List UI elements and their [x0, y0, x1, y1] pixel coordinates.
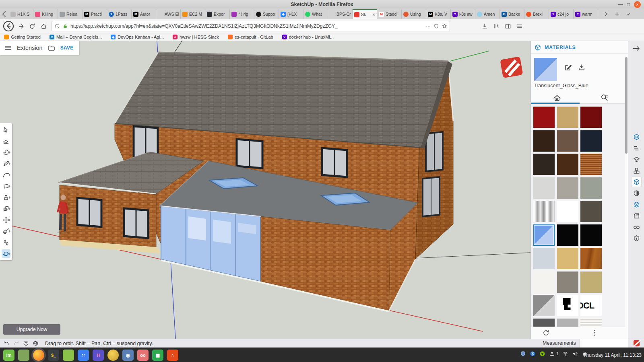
- page-info-icon[interactable]: [54, 23, 60, 29]
- tab-home-materials[interactable]: [553, 93, 561, 102]
- taskbar-app-app-gold[interactable]: [107, 350, 119, 361]
- browser-tab-20[interactable]: Amen: [475, 9, 500, 19]
- tool-paint[interactable]: [2, 148, 10, 156]
- taskbar-app-show-desktop[interactable]: [18, 350, 29, 361]
- material-swatch-black[interactable]: [580, 224, 602, 246]
- material-swatch-brown[interactable]: [557, 130, 578, 152]
- material-swatch-gray-aggregate[interactable]: [557, 177, 578, 199]
- panel-tags[interactable]: [632, 200, 641, 209]
- back-button[interactable]: [2, 19, 15, 33]
- tab-scroll-left-button[interactable]: [0, 9, 9, 19]
- bookmark-item-1[interactable]: Getting Started: [4, 35, 41, 39]
- panel-components[interactable]: [632, 166, 641, 175]
- material-swatch-red-brick[interactable]: [580, 154, 602, 175]
- tool-walk[interactable]: [2, 238, 10, 247]
- tool-push-pull[interactable]: [2, 193, 10, 202]
- tool-arc[interactable]: [2, 171, 10, 179]
- taskbar-app-app-red[interactable]: ∴: [167, 350, 178, 361]
- browser-tab-6[interactable]: MAutor: [132, 9, 156, 19]
- material-swatch-light-concrete[interactable]: [533, 177, 555, 199]
- measurements-input[interactable]: [580, 339, 628, 348]
- panel-instructor[interactable]: [632, 154, 641, 164]
- material-swatch-off-white[interactable]: [533, 272, 555, 293]
- material-swatch-wood[interactable]: [580, 248, 602, 269]
- browser-tab-21[interactable]: DBacke: [500, 9, 524, 19]
- open-folder-icon[interactable]: [47, 44, 56, 52]
- taskbar-app-app-blue[interactable]: ∷: [78, 350, 89, 361]
- browser-tab-19[interactable]: Yk8s aw: [451, 9, 475, 19]
- material-swatch-dark-brown[interactable]: [533, 130, 555, 152]
- redo-icon[interactable]: [13, 340, 19, 346]
- bookmark-item-6[interactable]: Ydocker hub - LinuxMi...: [282, 35, 334, 39]
- network-icon[interactable]: [562, 351, 568, 357]
- browser-tab-1[interactable]: H1X S: [9, 9, 33, 19]
- tool-tape-measure[interactable]: [2, 227, 10, 235]
- bluetooth-icon[interactable]: [530, 351, 536, 357]
- material-swatch-black-logo-mark[interactable]: [557, 295, 578, 316]
- browser-tab-7[interactable]: AWS EBS: [156, 9, 181, 19]
- browser-tab-18[interactable]: MK8s, V: [426, 9, 451, 19]
- menu-icon[interactable]: [516, 23, 523, 29]
- panel-scenes[interactable]: [632, 211, 641, 220]
- tab-scroll-right-button[interactable]: [603, 11, 609, 17]
- taskbar-app-app-pink[interactable]: oo: [137, 350, 149, 361]
- sync-materials-icon[interactable]: [542, 329, 550, 337]
- material-swatch-tan-shingles[interactable]: [580, 272, 602, 293]
- import-material-icon[interactable]: [578, 64, 586, 72]
- browser-tab-22[interactable]: Brexi: [524, 9, 549, 19]
- material-swatch-gray[interactable]: [557, 319, 578, 327]
- browser-tab-11[interactable]: Suppo: [254, 9, 279, 19]
- browser-tab-24[interactable]: Ywarm: [574, 9, 598, 19]
- browser-tab-10[interactable]: * ! rig: [230, 9, 254, 19]
- page-actions-icon[interactable]: [425, 23, 431, 29]
- volume-icon[interactable]: [572, 351, 578, 357]
- panel-model-info[interactable]: [632, 233, 641, 243]
- taskbar-app-spreadsheet[interactable]: ▦: [152, 350, 163, 361]
- model-viewport[interactable]: [0, 41, 530, 339]
- browser-tab-9[interactable]: Expor: [205, 9, 230, 19]
- material-swatch-sandstone[interactable]: [557, 248, 578, 269]
- material-swatch-taupe[interactable]: [580, 201, 602, 222]
- bookmark-item-3[interactable]: ◆DevOps Kanban - Agi...: [111, 35, 164, 39]
- close-button[interactable]: ×: [634, 1, 641, 8]
- material-swatch-two-tone-gray[interactable]: [533, 295, 555, 316]
- browser-tab-8[interactable]: EC2 M: [181, 9, 205, 19]
- url-bar[interactable]: https://app.sketchup.com/app?hl=en&state…: [52, 21, 450, 31]
- material-swatch-red-brown[interactable]: [557, 154, 578, 175]
- tool-move[interactable]: [2, 216, 10, 224]
- taskbar-app-file-manager[interactable]: [63, 350, 74, 361]
- material-swatch-espresso[interactable]: [533, 154, 555, 175]
- material-swatch-white[interactable]: [557, 201, 578, 222]
- taskbar-app-app-h[interactable]: H: [93, 350, 104, 361]
- browser-tab-2[interactable]: Killing: [33, 9, 58, 19]
- material-swatch-pale-blue-plaster[interactable]: [533, 248, 555, 269]
- url-text[interactable]: https://app.sketchup.com/app?hl=en&state…: [70, 23, 423, 29]
- tool-solids[interactable]: [2, 204, 10, 213]
- security-shield-icon[interactable]: [520, 351, 526, 357]
- taskbar-app-mint-menu[interactable]: lm: [3, 350, 14, 361]
- tool-select[interactable]: [2, 125, 10, 134]
- panel-outliner[interactable]: [632, 143, 641, 153]
- maximize-button[interactable]: □: [627, 1, 630, 8]
- browser-tab-15[interactable]: Sk×: [353, 9, 377, 19]
- library-icon[interactable]: [493, 23, 500, 29]
- browser-tab-3[interactable]: Relea: [58, 9, 83, 19]
- nvidia-icon[interactable]: [539, 351, 545, 357]
- taskbar-app-screenshot[interactable]: ◉: [122, 350, 134, 361]
- material-swatch-black[interactable]: [557, 224, 578, 246]
- material-swatch-dim-gray[interactable]: [533, 319, 555, 327]
- upgrade-button[interactable]: Upgrade Now: [3, 324, 60, 335]
- save-button[interactable]: SAVE: [60, 45, 74, 51]
- tab-browse-materials[interactable]: [600, 93, 609, 102]
- tab-list-button[interactable]: [625, 11, 631, 17]
- bookmark-item-4[interactable]: #hwsw | HESG Slack: [173, 35, 219, 39]
- undo-icon[interactable]: [4, 340, 10, 346]
- browser-tab-5[interactable]: 11Pass: [107, 9, 132, 19]
- material-swatch-ribbed-white[interactable]: [580, 319, 602, 327]
- panel-entity-info[interactable]: [632, 132, 641, 142]
- material-swatch-dcl-logo[interactable]: DCL: [580, 295, 602, 316]
- panel-display[interactable]: [632, 222, 641, 232]
- forward-button[interactable]: [15, 21, 27, 32]
- material-swatch-maroon[interactable]: [580, 107, 602, 128]
- material-swatch-slate-shingles[interactable]: [557, 272, 578, 293]
